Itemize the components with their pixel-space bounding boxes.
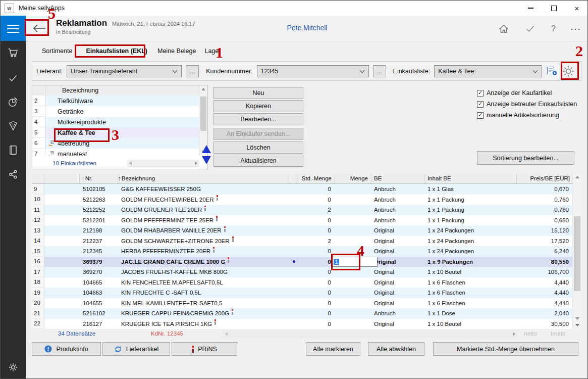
table-row[interactable]: 14 212237 GOLDM SCHWARZTEE+ZITRONE 20ER … [32, 236, 581, 247]
prins-button[interactable]: PRiNS [172, 342, 237, 356]
lieferartikel-button[interactable]: Lieferartikel [102, 342, 170, 356]
confirm-check-icon[interactable] [525, 23, 536, 34]
display-options: ✓ Anzeige der Kaufartikel ✓ Anzeige betr… [477, 87, 583, 121]
scrollbar-thumb[interactable] [574, 216, 580, 291]
checkbox-option[interactable]: ✓ manuelle Artikelsortierung [477, 110, 583, 121]
column-preis-be[interactable]: Preis/BE [EUR] [517, 173, 573, 183]
column-menge[interactable]: Menge [335, 173, 371, 183]
annotation-box-4 [331, 254, 360, 270]
cart-icon[interactable] [8, 48, 19, 59]
alle-abwaehlen-button[interactable]: Alle abwählen [368, 342, 424, 356]
checkbox-option[interactable]: ✓ Anzeige betreuter Einkaufslisten [477, 99, 583, 110]
table-row[interactable]: 22 216127 KRUEGER ICE TEA PIRSICH 1KG 0 … [32, 319, 581, 329]
kundennummer-select[interactable]: 12345 [257, 65, 369, 77]
tab[interactable]: Meine Belege [157, 48, 196, 55]
maximize-button[interactable] [542, 1, 565, 16]
column-be[interactable]: BE [371, 173, 425, 183]
action-button[interactable]: Bearbeiten... [213, 113, 303, 125]
tab[interactable]: Sortimente [42, 48, 72, 55]
record-count: 34 Datensätze [58, 330, 95, 337]
action-button[interactable]: Löschen [213, 141, 303, 154]
new-list-icon[interactable] [547, 66, 557, 76]
table-horizontal-scrollbar[interactable] [223, 330, 518, 338]
checkbox[interactable]: ✓ [477, 90, 484, 97]
info-icon [232, 236, 234, 242]
table-row[interactable]: 13 212198 GOLDM RHABARBER VANILLE 20ER 0… [32, 225, 581, 236]
more-options-icon[interactable]: ··· [571, 25, 581, 33]
info-icon [232, 309, 233, 315]
lieferant-browse-button[interactable]: ... [186, 65, 199, 77]
titlebar: w Meine sellyApps × [1, 1, 588, 16]
netto-toggle[interactable]: netto [524, 330, 537, 337]
list-column-header[interactable]: Bezeichnung [46, 87, 98, 94]
table-row[interactable]: 12 5212201 GOLDM PFEFFERMINZ TEE 25ER 0 … [32, 215, 581, 226]
einkaufsliste-select[interactable]: Kaffee & Tee [434, 65, 542, 77]
list-horizontal-scrollbar[interactable] [127, 160, 199, 167]
move-down-button[interactable] [202, 156, 211, 164]
table-row[interactable]: 9 5102105 G&G KAFFEEWEISSER 250G 0 Anbru… [32, 184, 581, 195]
table-row[interactable]: 19 104663 KIN FRUECHTE C -SAFT 0,5L 0 Or… [32, 288, 581, 298]
settings-gear-icon[interactable] [8, 362, 19, 373]
home-icon[interactable] [498, 23, 510, 35]
column-nr[interactable]: ↑Nr. [80, 173, 118, 183]
info-icon [224, 226, 226, 232]
info-icon [217, 195, 218, 201]
kundennummer-browse-button[interactable]: ... [373, 65, 386, 77]
annotation-number-1: 1 [216, 45, 223, 60]
table-vertical-scrollbar[interactable] [572, 173, 581, 329]
swap-arrows-icon [114, 345, 122, 353]
info-icon [215, 319, 216, 325]
pizza-icon[interactable] [8, 120, 19, 131]
std-menge-uebernehmen-button[interactable]: Markierte Std.-Menge übernehmen [433, 342, 578, 356]
app-window: w Meine sellyApps × Reklamation Mittwoch… [0, 0, 588, 379]
produktinfo-button[interactable]: Produktinfo [32, 342, 101, 356]
table-row[interactable]: 21 5216102 KRUEGER CAPPU FEIN&CREMIG 200… [32, 308, 581, 319]
scroll-right-icon [195, 161, 197, 165]
table-row[interactable]: 11 5212252 GOLDM GRUENER TEE 20ER 2 Anbr… [32, 205, 581, 215]
lieferant-select[interactable]: Unser Trainingslieferant [67, 65, 182, 77]
sidebar [1, 16, 26, 379]
menu-button[interactable] [1, 16, 26, 41]
table-row[interactable]: 17 369270 JACOBS FRUEHST-KAFFEE MKB 800G… [32, 267, 581, 277]
table-row[interactable]: 20 104655 KIN MEL-KAMILLENTEE+TR-SAFT0,5… [32, 298, 581, 309]
check-icon[interactable] [8, 73, 19, 84]
help-icon[interactable]: ? [551, 24, 556, 33]
share-icon[interactable] [8, 169, 19, 180]
pie-chart-icon[interactable] [8, 97, 19, 108]
checkbox[interactable]: ✓ [477, 101, 484, 108]
info-icon [228, 257, 229, 263]
alle-markieren-button[interactable]: Alle markieren [306, 342, 360, 356]
action-button[interactable]: Neu [213, 87, 303, 99]
column-inhalt-be[interactable]: Inhalt BE [425, 173, 517, 183]
move-up-button[interactable] [202, 145, 211, 153]
action-button[interactable]: An Einkäufer senden... [213, 128, 303, 140]
list-item[interactable]: 3 Getränke [32, 106, 199, 117]
einkaufsliste-label: Einkaufsliste: [393, 68, 431, 75]
column-bezeichnung[interactable]: ↑Bezeichnung [118, 173, 290, 183]
page-header: Reklamation Mittwoch, 21. Februar 2024 1… [26, 16, 588, 41]
checkbox-option[interactable]: ✓ Anzeige der Kaufartikel [477, 87, 583, 99]
annotation-box-3 [54, 128, 110, 142]
table-row[interactable]: 15 212345 HERBA PFEFFERMINZTEE 20ER 0 Or… [32, 246, 581, 257]
table-row[interactable]: 10 5212263 GOLDM FRUECHTEWIRBEL 20ER 0 A… [32, 195, 581, 205]
close-button[interactable]: × [565, 1, 588, 16]
list-item[interactable]: 4 Molkereiprodukte [32, 117, 199, 127]
list-item[interactable]: 2 Tiefkühlware [32, 96, 199, 106]
action-button[interactable]: Kopieren [213, 100, 303, 112]
table-row[interactable]: 16 369379 JAC.LE GRAND CAFE CREME 1000 G… [32, 257, 581, 267]
list-item[interactable]: 7 manuetest [32, 149, 199, 156]
checkmark-icon: ✓ [478, 101, 483, 107]
scrollbar-thumb[interactable] [200, 97, 206, 131]
brutto-toggle[interactable]: brutto [551, 330, 565, 337]
minimize-button[interactable] [519, 1, 542, 16]
column-std-menge[interactable]: Std.-Menge [297, 173, 335, 183]
page-title: Reklamation [56, 18, 107, 28]
sortierung-bearbeiten-button[interactable]: Sortierung bearbeiten... [477, 151, 574, 165]
action-button[interactable]: Aktualisieren [213, 155, 303, 167]
book-icon[interactable] [8, 145, 19, 156]
checkbox[interactable]: ✓ [477, 112, 484, 119]
annotation-box-1 [75, 44, 145, 58]
minimize-icon [528, 8, 533, 9]
table-row[interactable]: 18 104665 KIN FENCHELTEE M.APFELSAFT0,5L… [32, 277, 581, 288]
annotation-number-2: 2 [575, 43, 583, 59]
